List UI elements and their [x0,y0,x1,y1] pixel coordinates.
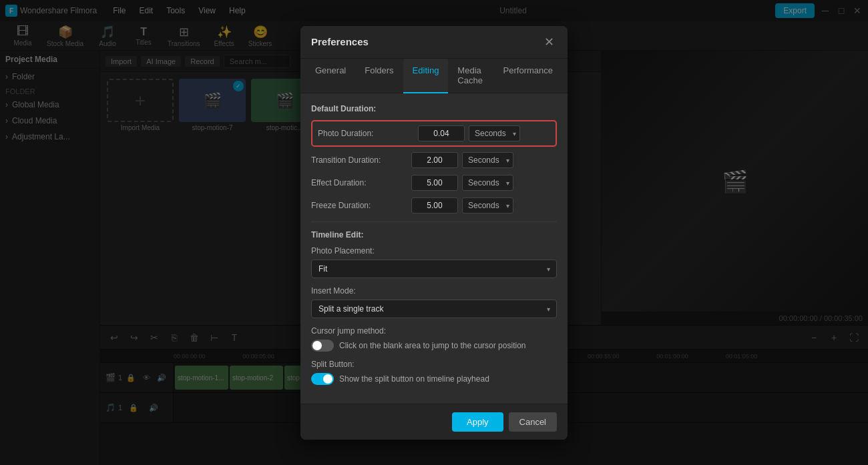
modal-footer: Apply Cancel [300,404,568,440]
tab-general[interactable]: General [306,59,355,93]
insert-mode-label: Insert Mode: [311,286,557,296]
photo-duration-label: Photo Duration: [318,129,418,138]
freeze-unit-wrapper: Seconds [462,197,513,213]
photo-placement-label: Photo Placement: [311,246,557,256]
modal-tabs: General Folders Editing Media Cache Perf… [300,59,568,93]
preferences-modal: Preferences ✕ General Folders Editing Me… [300,26,568,440]
cursor-jump-section: Cursor jump method: Click on the blank a… [311,326,557,352]
apply-button[interactable]: Apply [452,412,503,432]
photo-placement-wrapper: Fit Crop Stretch [311,260,557,278]
transition-unit-select[interactable]: Seconds [462,152,513,168]
effect-duration-row: Effect Duration: Seconds [311,175,557,191]
modal-close-button[interactable]: ✕ [541,34,557,50]
photo-duration-row: Photo Duration: Seconds [318,125,550,141]
photo-unit-select[interactable]: Seconds [469,125,520,141]
split-button-toggle[interactable] [311,373,334,385]
tab-editing[interactable]: Editing [403,59,449,93]
freeze-unit-select[interactable]: Seconds [462,197,513,213]
photo-placement-select[interactable]: Fit Crop Stretch [311,260,557,278]
freeze-duration-input[interactable] [411,197,458,213]
freeze-duration-row: Freeze Duration: Seconds [311,197,557,213]
cursor-jump-row: Click on the blank area to jump to the c… [311,340,557,352]
timeline-edit-title: Timeline Edit: [311,230,557,240]
split-button-row: Show the split button on timeline playhe… [311,373,557,385]
cursor-jump-text: Click on the blank area to jump to the c… [339,341,525,350]
transition-duration-label: Transition Duration: [311,155,411,165]
default-duration-title: Default Duration: [311,104,557,113]
insert-mode-section: Insert Mode: Split a single track Split … [311,286,557,318]
insert-mode-select[interactable]: Split a single track Split all tracks [311,300,557,318]
tab-folders[interactable]: Folders [355,59,403,93]
modal-overlay: Preferences ✕ General Folders Editing Me… [0,0,868,465]
modal-title: Preferences [311,36,369,47]
transition-duration-row: Transition Duration: Seconds [311,152,557,168]
transition-unit-wrapper: Seconds [462,152,513,168]
effect-duration-label: Effect Duration: [311,178,411,187]
photo-duration-box: Photo Duration: Seconds [311,120,557,147]
cursor-jump-label: Cursor jump method: [311,326,557,336]
effect-unit-wrapper: Seconds [462,175,513,191]
cursor-jump-toggle[interactable] [311,340,334,352]
insert-mode-wrapper: Split a single track Split all tracks [311,300,557,318]
split-button-text: Show the split button on timeline playhe… [339,374,489,384]
effect-duration-input[interactable] [411,175,458,191]
modal-header: Preferences ✕ [300,26,568,59]
effect-unit-select[interactable]: Seconds [462,175,513,191]
transition-duration-input[interactable] [411,152,458,168]
split-button-section: Split Button: Show the split button on t… [311,360,557,385]
photo-placement-section: Photo Placement: Fit Crop Stretch [311,246,557,278]
cancel-button[interactable]: Cancel [509,412,557,432]
tab-media-cache[interactable]: Media Cache [448,59,493,93]
freeze-duration-label: Freeze Duration: [311,201,411,210]
photo-duration-input[interactable] [418,125,465,141]
split-button-label: Split Button: [311,360,557,369]
tab-performance[interactable]: Performance [494,59,562,93]
photo-unit-wrapper: Seconds [469,125,520,141]
divider [311,221,557,222]
modal-body: Default Duration: Photo Duration: Second… [300,93,568,404]
